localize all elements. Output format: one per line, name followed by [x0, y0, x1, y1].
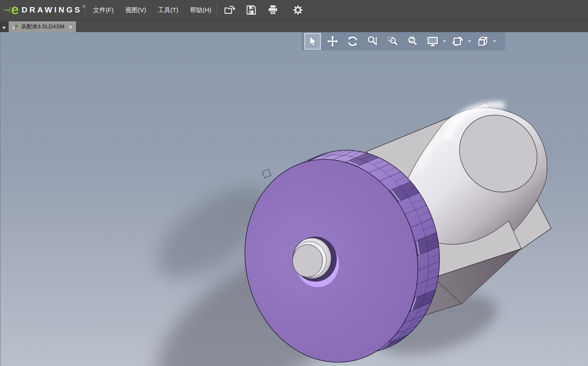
menubar-quick-icons — [223, 4, 304, 16]
menu-view[interactable]: 视图(V) — [119, 0, 152, 20]
logo-registered-mark: ® — [82, 5, 85, 9]
new-tab-button[interactable]: + — [0, 22, 8, 32]
settings-button[interactable] — [292, 4, 304, 16]
edrawings-arrow-icon — [3, 0, 10, 20]
view-orientation-dropdown-icon[interactable] — [493, 40, 496, 43]
rotate-icon — [347, 35, 358, 47]
menubar-separator-2 — [217, 3, 217, 17]
zoom-in-out-icon — [367, 35, 379, 47]
3d-viewport[interactable] — [0, 32, 588, 366]
pan-tool-button[interactable] — [324, 33, 341, 50]
pan-icon — [327, 35, 338, 47]
menu-help[interactable]: 帮助(H) — [184, 0, 217, 20]
save-icon — [245, 4, 257, 16]
markup-dropdown-icon[interactable] — [468, 40, 471, 43]
markup-button[interactable] — [449, 33, 466, 50]
tab-assembly-document[interactable]: 装配体3.SLDASM × — [9, 21, 76, 32]
zoom-fit-button[interactable] — [404, 33, 421, 50]
zoom-fit-icon — [407, 35, 419, 47]
menu-items: 文件(F) 视图(V) 工具(T) 帮助(H) — [87, 0, 217, 20]
view-orientation-button[interactable] — [474, 33, 491, 50]
rotate-tool-button[interactable] — [344, 33, 361, 50]
zoom-area-button[interactable] — [384, 33, 401, 50]
3d-scene — [0, 32, 588, 366]
zoom-area-icon — [387, 35, 399, 47]
logo-e: e — [11, 3, 19, 16]
edrawings-window: e DRAWINGS ® 文件(F) 视图(V) 工具(T) 帮助(H) — [0, 0, 588, 366]
tab-bar: + 装配体3.SLDASM × — [0, 20, 588, 32]
print-button[interactable] — [267, 4, 279, 16]
print-icon — [267, 4, 279, 16]
view-toolbar — [302, 32, 505, 50]
menu-file[interactable]: 文件(F) — [87, 0, 119, 20]
display-mode-button[interactable] — [424, 33, 441, 50]
save-button[interactable] — [245, 4, 257, 16]
settings-gear-icon — [293, 5, 303, 15]
menu-bar: e DRAWINGS ® 文件(F) 视图(V) 工具(T) 帮助(H) — [0, 0, 588, 20]
face-notch — [262, 169, 271, 178]
display-mode-icon — [427, 35, 439, 47]
logo-drawings: DRAWINGS — [22, 5, 82, 15]
select-tool-button[interactable] — [304, 33, 321, 50]
tab-title: 装配体3.SLDASM — [21, 23, 64, 30]
open-icon — [224, 4, 235, 16]
menu-tools[interactable]: 工具(T) — [152, 0, 184, 20]
edrawings-logo: e DRAWINGS ® — [0, 0, 85, 20]
display-mode-dropdown-icon[interactable] — [443, 40, 446, 43]
open-button[interactable] — [223, 4, 236, 16]
view-orientation-cube-icon — [477, 35, 489, 47]
zoom-in-out-button[interactable] — [364, 33, 381, 50]
tab-close-icon[interactable]: × — [69, 24, 72, 30]
assembly-document-icon — [11, 23, 19, 30]
markup-icon — [452, 35, 464, 47]
select-cursor-icon — [307, 36, 318, 47]
